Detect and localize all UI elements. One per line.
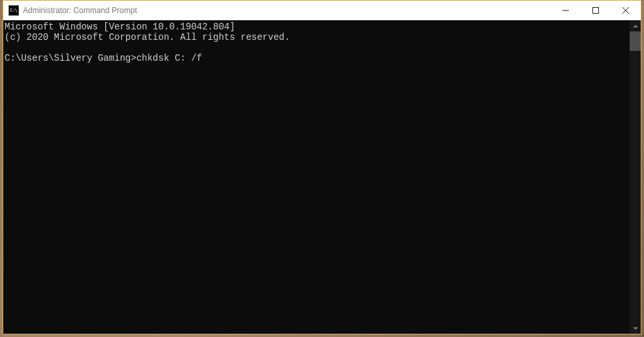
scroll-track[interactable] [630, 31, 641, 323]
console-container: Microsoft Windows [Version 10.0.19042.80… [3, 20, 641, 334]
minimize-icon [562, 7, 569, 14]
console-line: Microsoft Windows [Version 10.0.19042.80… [5, 22, 235, 32]
console-line: (c) 2020 Microsoft Corporation. All righ… [5, 32, 290, 42]
svg-rect-1 [593, 8, 599, 14]
app-icon: C:\ [8, 5, 19, 16]
close-button[interactable] [611, 1, 641, 20]
command-text: chkdsk C: /f [137, 53, 202, 63]
prompt-text: C:\Users\Silvery Gaming> [5, 53, 137, 63]
scroll-thumb[interactable] [630, 31, 641, 51]
vertical-scrollbar[interactable] [630, 20, 641, 334]
title-bar[interactable]: C:\ Administrator: Command Prompt [3, 1, 641, 20]
scroll-down-button[interactable] [630, 323, 641, 334]
close-icon [622, 7, 629, 14]
chevron-up-icon [633, 25, 638, 27]
command-prompt-window: C:\ Administrator: Command Prompt [3, 0, 641, 334]
chevron-down-icon [633, 327, 638, 330]
minimize-button[interactable] [551, 1, 581, 20]
window-controls [551, 1, 641, 20]
scroll-up-button[interactable] [630, 20, 641, 31]
maximize-button[interactable] [581, 1, 611, 20]
title-bar-left: C:\ Administrator: Command Prompt [8, 5, 137, 16]
console-output[interactable]: Microsoft Windows [Version 10.0.19042.80… [3, 20, 630, 334]
maximize-icon [592, 7, 599, 14]
window-title: Administrator: Command Prompt [23, 6, 137, 15]
